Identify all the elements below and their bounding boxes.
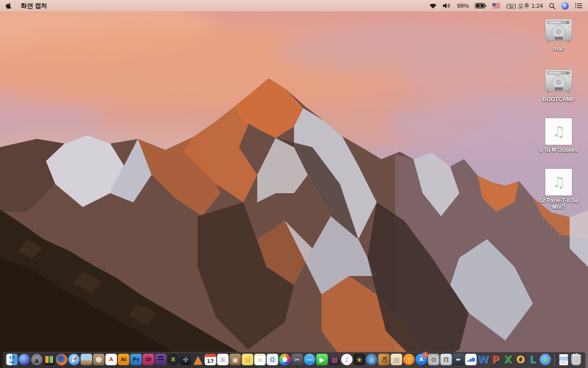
contacts-icon[interactable]: ☻ [93,354,105,368]
us-flag-icon[interactable] [492,3,500,8]
trash-icon[interactable] [570,354,582,368]
finder-icon[interactable] [6,354,18,368]
dock-icon-glyph: ≡ [257,356,263,363]
photos-icon[interactable] [279,354,291,368]
dock: ▲ ☻ [3,352,586,368]
system-preferences-icon[interactable]: ⚙ [428,354,440,368]
pages-icon[interactable]: ✒ [452,354,465,368]
drive-bootcamp[interactable]: ♫ BOOTCAMP [543,67,575,110]
desktop-icon-label: 1 Tu M'Oublies [539,147,578,153]
dock-icon-glyph: Ai [121,357,126,362]
launchpad-icon[interactable]: ▲ [31,354,43,368]
grab-screen-capture-icon[interactable]: ✂ [291,354,304,368]
dock-icon-glyph: Ps [133,357,139,362]
textedit-icon[interactable]: ≡ [254,354,266,368]
messages-icon[interactable]: ⋯ [304,354,316,368]
safari-icon[interactable] [68,354,80,368]
notification-center-icon[interactable] [575,3,582,9]
dvd-player-icon[interactable]: ◎ [366,354,378,368]
word-icon[interactable]: W [477,354,490,368]
toast-icon[interactable] [155,354,167,368]
dock-icon-glyph: 17 [207,359,214,364]
photo-booth-icon[interactable]: ▤ [328,354,341,368]
dock-icon-glyph: ▤ [393,356,399,363]
audio-file-icon: ♫ [545,169,572,196]
menu-clock[interactable]: (일) 오후 1:24 [506,2,543,10]
ibooks-icon[interactable]: ◫ [403,354,415,368]
acrobat-reader-icon[interactable]: A [105,354,118,368]
dock-icon-glyph: ⊕ [543,356,548,363]
xee-icon[interactable]: X [167,354,180,368]
running-indicator [11,366,13,368]
dock-icon-glyph: ✣ [183,356,188,363]
dock-icon-glyph: ≣ [220,356,226,363]
desktop-icon-label: 12 Parle-T-Il De Moi? [535,197,582,210]
siri-icon[interactable] [561,2,569,10]
indesign-icon[interactable]: ID [142,354,155,368]
audio-file-1[interactable]: ♫ 1 Tu M'Oublies [539,118,578,161]
volume-icon[interactable] [443,3,451,9]
dock-icon-glyph: ▤ [331,356,337,363]
wallpaper-art [0,0,588,368]
firefox-icon[interactable] [56,354,68,368]
dock-icon-glyph: ◎ [369,356,374,363]
colorsync-icon[interactable]: ❂ [266,354,279,368]
desktop-icon-column: ♫ mac [535,17,582,219]
active-app-menu[interactable]: 화면 캡처 [21,2,47,10]
garageband-icon[interactable]: ♬ [378,354,390,368]
facetime-icon[interactable]: ▶ [316,354,328,368]
vlc-icon[interactable]: ▲ [192,354,204,368]
illustrator-icon[interactable]: Ai [118,354,130,368]
app-badge: 1 [423,352,428,357]
audio-file-icon: ♫ [545,118,572,145]
desktop-wallpaper [0,0,588,368]
keynote-icon[interactable]: Π [440,354,452,368]
numbers-icon[interactable]: ▂▅▇ [465,354,477,368]
music-note-icon: ♫ [552,123,565,140]
dock-icon-glyph: ❂ [270,356,275,363]
dock-separator [554,354,555,367]
dock-icon-glyph: A [419,357,424,362]
outlook-icon[interactable]: O [514,354,527,368]
calendar-icon[interactable]: 17 [204,354,217,368]
apple-menu-icon[interactable] [6,2,11,9]
music-note-icon: ♫ [552,173,565,191]
stickies-icon[interactable]: ▤ [242,354,254,368]
dock-icon-glyph: ▶ [320,356,325,363]
expander-box-icon[interactable]: ▣ [229,354,242,368]
dock-icon-glyph: ⋯ [306,356,313,363]
mission-control-icon[interactable] [43,354,56,368]
drive-mac[interactable]: ♫ mac [544,17,573,60]
dock-icon-glyph: ☻ [96,356,102,363]
menu-bar: 화면 캡처 99% (일) 오후 1:24 [0,0,588,12]
dock-icon-glyph: ▂▅▇ [467,358,474,362]
notes-documents-icon[interactable]: ▤ [390,354,403,368]
dock-icon-glyph: ♬ [381,356,387,363]
preview-icon[interactable] [80,354,93,368]
reminders-icon[interactable]: ≣ [217,354,229,368]
dock-icon-glyph: ✒ [456,356,461,363]
excel-icon[interactable]: X [502,354,514,368]
dock-icon-glyph: X [171,357,175,362]
dock-icon-glyph: ♪ [345,356,349,363]
imovie-icon[interactable]: ★ [353,354,366,368]
dock-icon-glyph: ⚙ [431,356,437,363]
siri-dock-icon[interactable] [18,354,31,368]
dock-icon-glyph: ▲ [194,354,202,365]
audio-file-2[interactable]: ♫ 12 Parle-T-Il De Moi? [535,168,582,212]
photoshop-icon[interactable]: Ps [130,354,142,368]
battery-charging-icon[interactable] [475,3,486,9]
wifi-icon[interactable] [429,3,437,9]
lync-icon[interactable]: L [527,354,539,368]
dock-icon-glyph: ▣ [232,356,238,363]
fan-media-icon[interactable]: ✣ [180,354,192,368]
spotlight-search-icon[interactable] [549,3,555,9]
itunes-icon[interactable]: ♪ [341,354,353,368]
dock-icon-glyph: X [504,355,512,365]
desktop-icon-label: mac [553,46,564,52]
powerpoint-icon[interactable]: P [490,354,502,368]
downloaded-document-icon[interactable] [558,354,570,368]
app-store-icon[interactable]: 1 A [415,354,428,368]
dock-icon-glyph: Π [443,356,449,363]
ms-update-globe-icon[interactable]: ⊕ [539,354,552,368]
